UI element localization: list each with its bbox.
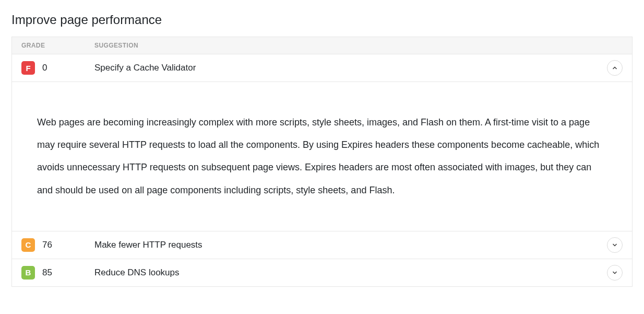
- suggestion-row[interactable]: B 85 Reduce DNS lookups: [12, 259, 632, 286]
- chevron-down-icon: [612, 270, 618, 276]
- suggestion-row[interactable]: F 0 Specify a Cache Validator: [12, 54, 632, 82]
- grade-score: 85: [42, 268, 52, 278]
- grade-badge: C: [21, 238, 35, 252]
- chevron-down-icon: [612, 242, 618, 248]
- table-header: GRADE SUGGESTION: [12, 37, 632, 54]
- collapse-button[interactable]: [607, 60, 623, 76]
- suggestion-text: Specify a Cache Validator: [94, 63, 600, 73]
- suggestion-text: Reduce DNS lookups: [94, 268, 600, 278]
- grade-score: 76: [42, 240, 52, 250]
- suggestion-text: Make fewer HTTP requests: [94, 240, 600, 250]
- grade-cell: B 85: [21, 266, 94, 280]
- suggestion-row[interactable]: C 76 Make fewer HTTP requests: [12, 231, 632, 259]
- detail-text: Web pages are becoming increasingly comp…: [37, 111, 607, 202]
- suggestion-detail: Web pages are becoming increasingly comp…: [12, 82, 632, 231]
- grade-cell: C 76: [21, 238, 94, 252]
- expand-button[interactable]: [607, 237, 623, 253]
- header-grade: GRADE: [21, 42, 94, 49]
- grade-badge: F: [21, 61, 35, 75]
- chevron-up-icon: [612, 65, 618, 71]
- grade-cell: F 0: [21, 61, 94, 75]
- page-title: Improve page performance: [11, 13, 633, 27]
- expand-button[interactable]: [607, 265, 623, 281]
- grade-score: 0: [42, 63, 47, 73]
- suggestions-panel: GRADE SUGGESTION F 0 Specify a Cache Val…: [11, 37, 633, 287]
- header-suggestion: SUGGESTION: [94, 42, 600, 49]
- grade-badge: B: [21, 266, 35, 280]
